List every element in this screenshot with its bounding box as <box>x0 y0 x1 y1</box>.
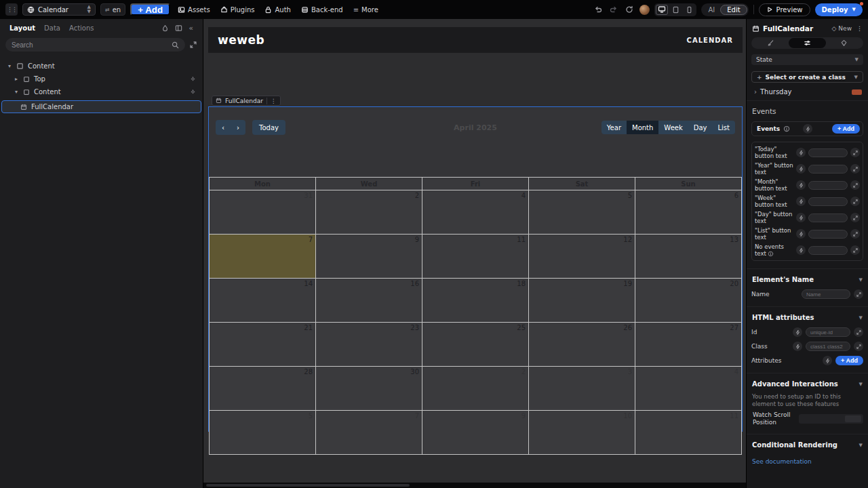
calendar-cell[interactable]: 7 <box>316 411 422 454</box>
expand-button[interactable] <box>850 148 860 157</box>
calendar-cell[interactable]: 2 <box>422 367 528 410</box>
menu-item-assets[interactable]: Assets <box>175 6 213 14</box>
class-selector[interactable]: + Select or create a class ▼ <box>751 71 863 83</box>
bind-button[interactable] <box>823 356 832 365</box>
add-event-button[interactable]: + Add <box>832 124 860 134</box>
name-input[interactable] <box>802 289 850 299</box>
bind-button[interactable] <box>796 213 806 222</box>
view-list-button[interactable]: List <box>713 121 735 134</box>
avatar[interactable] <box>639 5 650 15</box>
tree-item-fullcalendar-selected[interactable]: FullCalendar <box>1 100 201 113</box>
device-phone-button[interactable] <box>683 5 695 15</box>
conditional-rendering-heading-row[interactable]: Conditional Rendering ▼ <box>747 434 868 450</box>
view-week-button[interactable]: Week <box>658 121 688 134</box>
advanced-interactions-heading-row[interactable]: Advanced Interactions ▼ <box>747 373 868 389</box>
calendar-cell[interactable]: 20 <box>635 279 741 322</box>
calendar-cell[interactable]: 11 <box>635 411 741 454</box>
expand-button[interactable] <box>854 342 863 351</box>
field-input[interactable] <box>808 181 848 190</box>
view-month-button[interactable]: Month <box>627 121 658 134</box>
bind-button[interactable] <box>793 327 802 337</box>
theme-icon[interactable] <box>161 24 169 32</box>
expand-button[interactable] <box>850 229 860 239</box>
caret-right-icon[interactable]: ▸ <box>14 76 19 82</box>
calendar-cell[interactable]: 14 <box>210 279 315 322</box>
bind-button[interactable] <box>796 197 806 206</box>
tab-settings[interactable] <box>789 38 825 48</box>
html-attributes-heading-row[interactable]: HTML attributes ▼ <box>747 307 868 323</box>
expand-button[interactable] <box>854 289 863 299</box>
field-input[interactable] <box>808 214 848 222</box>
tree-item-top[interactable]: ▸ Top <box>0 73 203 85</box>
id-input[interactable] <box>806 327 850 337</box>
bind-button[interactable] <box>803 124 812 134</box>
bind-button[interactable] <box>796 245 806 255</box>
calendar-cell[interactable]: 19 <box>529 279 635 322</box>
bind-button[interactable] <box>793 342 802 351</box>
site-nav-link[interactable]: CALENDAR <box>687 37 733 44</box>
tree-item-content[interactable]: ▾ Content <box>0 85 203 98</box>
bind-button[interactable] <box>796 148 806 157</box>
view-day-button[interactable]: Day <box>688 121 713 134</box>
undo-button[interactable] <box>593 5 604 14</box>
menu-item-auth[interactable]: Auth <box>262 6 293 14</box>
calendar-cell[interactable]: 28 <box>210 367 315 410</box>
calendar-cell[interactable]: 13 <box>635 235 741 278</box>
calendar-cell[interactable]: 21 <box>210 323 315 366</box>
calendar-cell[interactable]: 31 <box>210 190 315 234</box>
split-view-icon[interactable] <box>175 24 182 32</box>
device-tablet-button[interactable] <box>669 5 682 15</box>
element-name-heading-row[interactable]: Element's Name ▼ <box>747 269 868 285</box>
view-year-button[interactable]: Year <box>601 121 627 134</box>
calendar-cell[interactable]: 18 <box>422 279 528 322</box>
field-input[interactable] <box>808 148 848 157</box>
tab-styles[interactable] <box>752 38 789 48</box>
edit-mode-button[interactable]: Edit <box>720 5 747 15</box>
ai-mode-button[interactable]: AI <box>703 6 720 14</box>
calendar-cell[interactable]: 12 <box>529 235 635 278</box>
caret-down-icon[interactable]: ▾ <box>7 63 12 69</box>
calendar-cell[interactable]: 11 <box>422 235 528 278</box>
refresh-button[interactable] <box>624 5 635 14</box>
calendar-cell[interactable]: 5 <box>210 411 315 454</box>
tab-interactions[interactable] <box>826 38 863 48</box>
language-selector[interactable]: ⇄ en <box>100 3 125 16</box>
project-selector[interactable]: Calendar ▲▼ <box>22 3 96 16</box>
panel-menu-icon[interactable]: ⋮ <box>856 25 863 32</box>
calendar-cell[interactable]: 2 <box>316 190 422 234</box>
fullcalendar-component[interactable]: April 2025 ‹ › Today Year Month Week Day… <box>208 106 743 432</box>
class-input[interactable] <box>806 342 850 351</box>
tab-actions[interactable]: Actions <box>69 24 94 32</box>
search-box[interactable] <box>5 38 185 52</box>
calendar-cell-today[interactable]: 7 <box>210 235 315 278</box>
bind-button[interactable] <box>796 164 806 174</box>
bind-button[interactable] <box>796 229 806 239</box>
today-button[interactable]: Today <box>252 120 285 135</box>
calendar-cell[interactable]: 10 <box>529 411 635 454</box>
badge-menu-icon[interactable]: ⋮ <box>267 98 277 104</box>
menu-item-more[interactable]: ≡ More <box>351 6 381 14</box>
search-input[interactable] <box>12 41 167 49</box>
expand-button[interactable] <box>850 164 860 174</box>
calendar-cell[interactable]: 30 <box>316 367 422 410</box>
breadcrumb-thursday[interactable]: › Thursday <box>747 83 868 101</box>
calendar-cell[interactable]: 25 <box>422 323 528 366</box>
calendar-cell[interactable]: 9 <box>316 235 422 278</box>
expand-button[interactable] <box>850 197 860 206</box>
documentation-link[interactable]: See documentation <box>747 450 868 465</box>
menu-item-backend[interactable]: Back-end <box>298 6 346 14</box>
scrollbar-thumb[interactable] <box>206 484 410 487</box>
add-attribute-button[interactable]: + Add <box>835 356 863 365</box>
preview-button[interactable]: Preview <box>759 3 810 16</box>
watch-scroll-toggle[interactable] <box>799 414 863 424</box>
menu-grip[interactable]: ⋮⋮ <box>5 3 18 16</box>
device-desktop-button[interactable] <box>656 5 668 15</box>
prev-month-button[interactable]: ‹ <box>216 120 231 135</box>
tab-layout[interactable]: Layout <box>9 24 35 32</box>
collapse-panel-icon[interactable]: « <box>189 24 193 33</box>
expand-button[interactable] <box>854 327 863 337</box>
expand-button[interactable] <box>850 213 860 222</box>
state-selector[interactable]: State ▼ <box>751 54 863 65</box>
tree-item-content-root[interactable]: ▾ Content <box>0 60 203 73</box>
expand-button[interactable] <box>850 180 860 190</box>
